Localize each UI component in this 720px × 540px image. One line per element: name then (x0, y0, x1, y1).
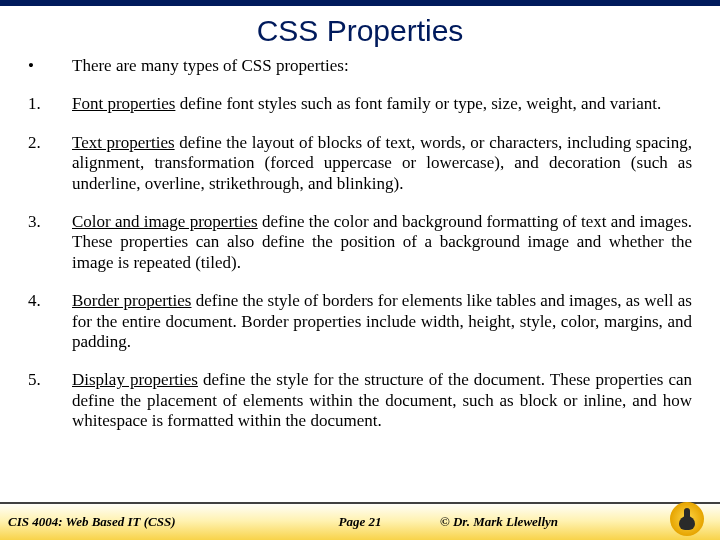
ucf-logo-icon (670, 502, 704, 536)
slide-content: • There are many types of CSS properties… (28, 56, 692, 449)
item-lead: Font properties (72, 94, 175, 113)
item-lead: Color and image properties (72, 212, 258, 231)
item-body: Text properties define the layout of blo… (72, 133, 692, 194)
intro-text: There are many types of CSS properties: (72, 56, 692, 76)
footer: CIS 4004: Web Based IT (CSS) Page 21 © D… (0, 502, 720, 540)
item-rest: define font styles such as font family o… (175, 94, 661, 113)
list-item: 2. Text properties define the layout of … (28, 133, 692, 194)
list-item: 4. Border properties define the style of… (28, 291, 692, 352)
list-item: 1. Font properties define font styles su… (28, 94, 692, 114)
item-number: 4. (28, 291, 72, 311)
item-lead: Display properties (72, 370, 198, 389)
item-body: Font properties define font styles such … (72, 94, 692, 114)
list-item: 5. Display properties define the style f… (28, 370, 692, 431)
item-number: 3. (28, 212, 72, 232)
item-number: 5. (28, 370, 72, 390)
item-body: Border properties define the style of bo… (72, 291, 692, 352)
item-number: 1. (28, 94, 72, 114)
item-body: Color and image properties define the co… (72, 212, 692, 273)
item-number: 2. (28, 133, 72, 153)
slide: CSS Properties • There are many types of… (0, 0, 720, 540)
intro-row: • There are many types of CSS properties… (28, 56, 692, 76)
bullet-marker: • (28, 56, 72, 76)
slide-title: CSS Properties (0, 14, 720, 48)
item-lead: Border properties (72, 291, 191, 310)
top-accent-bar (0, 0, 720, 6)
item-lead: Text properties (72, 133, 175, 152)
footer-page: Page 21 (0, 514, 720, 530)
list-item: 3. Color and image properties define the… (28, 212, 692, 273)
footer-author: © Dr. Mark Llewellyn (440, 514, 558, 530)
item-body: Display properties define the style for … (72, 370, 692, 431)
